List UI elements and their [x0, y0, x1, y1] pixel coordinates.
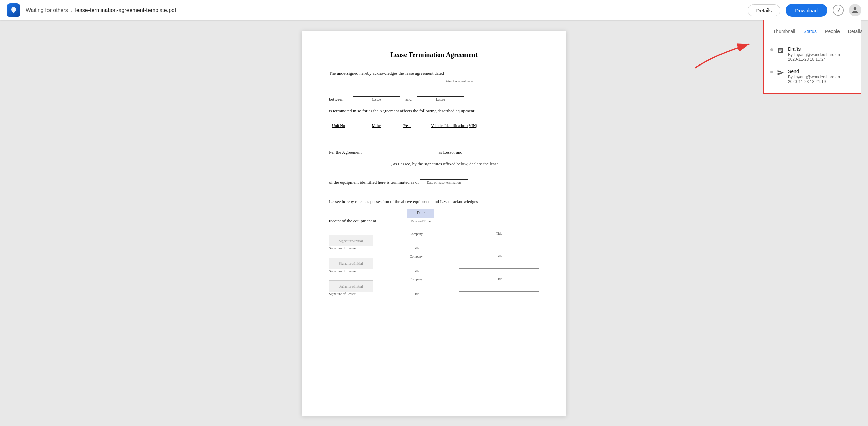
sig-row-3: Signature/Initial Signature of Lessor Co…	[329, 277, 539, 297]
send-by: By linyang@wondershare.cn	[788, 75, 854, 79]
title-label-1: Title	[376, 246, 456, 250]
status-item-drafts: Drafts By linyang@wondershare.cn 2020-11…	[764, 43, 861, 65]
user-avatar[interactable]	[849, 4, 861, 16]
status-item-send: Send By linyang@wondershare.cn 2020-11-2…	[764, 65, 861, 88]
pdf-p3: is terminated in so far as the Agreement…	[329, 107, 539, 115]
send-icon	[777, 69, 784, 76]
sig-row-2: Signature/Initial Signature of Lessee Co…	[329, 254, 539, 274]
cell-year	[401, 130, 429, 141]
pdf-p6: of the equipment identified here is term…	[329, 180, 419, 185]
status-dot-drafts	[770, 48, 773, 51]
sig-of-lessor-3: Signature of Lessor	[329, 292, 355, 296]
vehicle-table: Unit No Make Year Vehicle Identification…	[329, 122, 539, 141]
send-info: Send By linyang@wondershare.cn 2020-11-2…	[788, 69, 854, 84]
drafts-info: Drafts By linyang@wondershare.cn 2020-11…	[788, 46, 854, 62]
lessee-field	[353, 89, 400, 97]
lessor-field	[417, 89, 464, 97]
col-year: Year	[401, 122, 429, 130]
download-button[interactable]: Download	[786, 4, 827, 17]
pdf-page: Lease Termination Agreement The undersig…	[302, 31, 566, 416]
company-field-2	[376, 260, 456, 269]
company-col-1: Company Title	[376, 232, 456, 252]
title-field-label-1: Title	[459, 231, 539, 235]
date-original-lease-label: Date of original lease	[444, 79, 473, 83]
pdf-p4: Per the Agreement	[329, 150, 362, 155]
title-col-1: Title	[459, 231, 539, 252]
company-label-3: Company	[376, 277, 456, 281]
tab-people[interactable]: People	[821, 26, 844, 37]
title-field-label-2: Title	[459, 254, 539, 258]
company-label-1: Company	[376, 232, 456, 236]
main-content: Lease Termination Agreement The undersig…	[0, 0, 868, 426]
lessee-agreement-field	[329, 160, 390, 168]
status-panel: Thumbnail Status People Details Drafts B…	[763, 20, 861, 94]
header: Waiting for others › lease-termination-a…	[0, 0, 868, 20]
title-label-2: Title	[376, 269, 456, 273]
pdf-p4-mid: as Lessor and	[438, 150, 462, 155]
pdf-title: Lease Termination Agreement	[329, 51, 539, 59]
title-field-3	[459, 282, 539, 292]
pdf-between: between	[329, 97, 343, 102]
title-col-2: Title	[459, 254, 539, 274]
send-time: 2020-11-23 18:21:19	[788, 79, 854, 84]
drafts-name: Drafts	[788, 46, 854, 52]
sig-of-lessee-1: Signature of Lessee	[329, 246, 356, 250]
pdf-p8: receipt of the equipment at	[329, 218, 376, 223]
col-vin: Vehicle Identification (VIN)	[428, 122, 539, 130]
drafts-time: 2020-11-23 18:15:24	[788, 57, 854, 62]
pdf-body-2: Per the Agreement as Lessor and , as Les…	[329, 148, 539, 225]
date-field-highlight: Date	[407, 209, 434, 218]
termination-date-label: Date of lease termination	[420, 180, 468, 186]
termination-date-field	[420, 171, 468, 180]
status-dot-send	[770, 71, 773, 73]
tab-status[interactable]: Status	[799, 26, 821, 37]
pdf-and: and	[405, 97, 412, 102]
date-of-original-lease-field	[445, 69, 513, 77]
title-field-label-3: Title	[459, 277, 539, 281]
company-col-3: Company Title	[376, 277, 456, 297]
title-field-1	[459, 237, 539, 246]
pdf-p1: The undersigned hereby acknowledges the …	[329, 71, 444, 76]
tab-thumbnail[interactable]: Thumbnail	[769, 26, 799, 37]
details-button[interactable]: Details	[748, 4, 780, 16]
help-icon[interactable]: ?	[833, 5, 844, 16]
breadcrumb-filename: lease-termination-agreement-template.pdf	[75, 7, 176, 13]
sig-row-1: Signature/Initial Signature of Lessee Co…	[329, 231, 539, 252]
sig-of-lessee-2: Signature of Lessee	[329, 269, 356, 273]
cell-make	[369, 130, 401, 141]
breadcrumb: Waiting for others › lease-termination-a…	[26, 7, 176, 13]
title-field-2	[459, 259, 539, 269]
sig-box-2: Signature/Initial	[329, 258, 373, 269]
draft-icon	[777, 47, 784, 54]
pdf-p5: , as Lessee, by the signatures affixed b…	[391, 161, 498, 166]
company-field-1	[376, 237, 456, 246]
sig-box-1: Signature/Initial	[329, 235, 373, 246]
cell-unit-no	[329, 130, 369, 141]
title-col-3: Title	[459, 277, 539, 297]
col-make: Make	[369, 122, 401, 130]
breadcrumb-waiting-for-others[interactable]: Waiting for others	[26, 7, 68, 13]
title-label-3: Title	[376, 292, 456, 296]
company-field-3	[376, 282, 456, 292]
date-time-label: Date and Time	[380, 218, 461, 224]
lessor-label: Lessor	[417, 97, 464, 103]
signature-section: Signature/Initial Signature of Lessee Co…	[329, 231, 539, 297]
sig-box-3: Signature/Initial	[329, 280, 373, 292]
company-col-2: Company Title	[376, 255, 456, 274]
pdf-viewer[interactable]: Lease Termination Agreement The undersig…	[0, 20, 868, 426]
drafts-by: By linyang@wondershare.cn	[788, 52, 854, 57]
pdf-p7: Lessee hereby releases possession of the…	[329, 198, 539, 205]
company-label-2: Company	[376, 255, 456, 258]
panel-tabs: Thumbnail Status People Details	[764, 26, 861, 37]
lessee-label: Lessee	[353, 97, 400, 103]
tab-details[interactable]: Details	[844, 26, 867, 37]
svg-point-0	[13, 8, 15, 11]
breadcrumb-separator: ›	[71, 7, 73, 13]
lessor-agreement-field	[363, 148, 437, 156]
send-name: Send	[788, 69, 854, 74]
pdf-body: The undersigned hereby acknowledges the …	[329, 69, 539, 115]
col-unit-no: Unit No	[329, 122, 369, 130]
header-actions: Details Download ?	[748, 4, 861, 17]
app-logo	[7, 3, 20, 17]
cell-vin	[428, 130, 539, 141]
